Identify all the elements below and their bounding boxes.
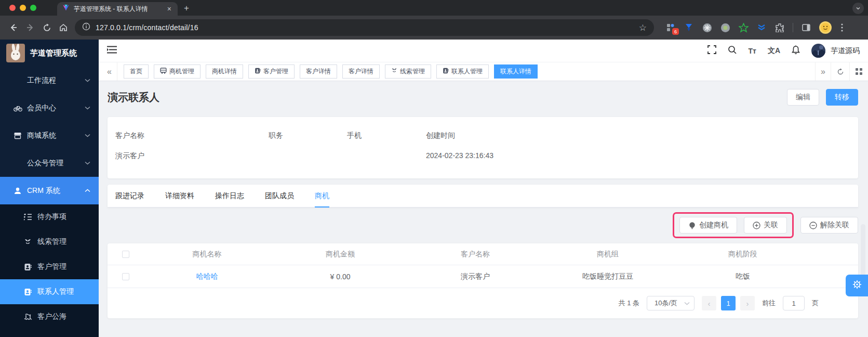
extension-blue-icon[interactable] [684,22,694,33]
next-page-button[interactable]: › [740,296,755,310]
sidebar-item-workflow[interactable]: 工作流程 [0,67,99,94]
tags-bar: « 首页 商机管理 商机详情 客户管理 客户详情 客户详情 [99,62,868,81]
url-text[interactable]: 127.0.0.1/crm/contact/detail/16 [96,23,635,32]
cell-business-name[interactable]: 哈哈哈 [144,272,270,281]
sidebar-item-label: 客户管理 [37,262,66,271]
chevron-down-icon [85,79,90,82]
page-number-1[interactable]: 1 [721,296,736,310]
sidebar-item-customer[interactable]: 客户管理 [0,254,99,279]
sidebar-item-contact[interactable]: 联系人管理 [0,279,99,304]
tab-detail-info[interactable]: 详细资料 [165,185,194,207]
url-bar[interactable]: 127.0.0.1/crm/contact/detail/16 ☆ [75,19,654,36]
settings-fab[interactable] [846,275,868,296]
tags-refresh-icon[interactable] [831,62,849,81]
browser-tab[interactable]: 芋道管理系统 - 联系人详情 × [57,2,178,16]
sidebar-item-mall[interactable]: 商城系统 [0,122,99,149]
tab-close-icon[interactable]: × [166,5,172,12]
tags-layout-grid-icon[interactable] [849,62,868,81]
extension-wheel-icon[interactable] [702,22,712,33]
user-icon [14,187,22,195]
font-size-icon[interactable]: Tт [748,47,756,55]
info-value-position [269,151,347,161]
tag-clue-manage[interactable]: 线索管理 [385,64,431,79]
col-header-group: 商机组 [540,250,675,259]
tag-customer-detail-2[interactable]: 客户详情 [342,64,380,79]
extensions-puzzle-icon[interactable] [774,22,785,33]
window-close-button[interactable] [9,5,16,11]
link-button[interactable]: 关联 [744,217,787,234]
app-header: Tт 文A 芋道源码 [99,40,868,62]
side-panel-icon[interactable] [801,22,811,33]
user-avatar[interactable] [811,44,825,58]
extension-chevrons-icon[interactable] [756,22,767,33]
select-all-checkbox[interactable] [122,251,129,258]
sidebar-item-member-center[interactable]: 会员中心 [0,94,99,122]
extension-dot-icon[interactable] [720,22,730,33]
browser-profile-avatar[interactable] [819,21,832,34]
fullscreen-icon[interactable] [707,45,716,56]
tab-operation-log[interactable]: 操作日志 [215,185,244,207]
page-size-select[interactable]: 10条/页 [647,296,695,310]
info-value-mobile [347,151,426,161]
info-value-customer: 演示客户 [115,151,269,161]
site-info-icon[interactable] [82,22,90,33]
username[interactable]: 芋道源码 [831,46,860,56]
window-minimize-button[interactable] [20,5,26,11]
tag-label: 联系人详情 [500,67,531,76]
create-business-button[interactable]: 创建商机 [679,217,737,234]
tag-customer-detail-1[interactable]: 客户详情 [300,64,337,79]
goto-unit-label: 页 [812,299,819,308]
app-logo-row: 芋道管理系统 [0,40,99,67]
reload-button[interactable] [38,19,55,36]
app-logo [6,44,25,62]
edit-button[interactable]: 编辑 [787,89,819,106]
waves-icon [24,313,33,320]
back-button[interactable] [5,19,22,36]
sidebar-item-label: 待办事项 [37,212,66,222]
bicycle-icon [14,104,22,112]
tab-search-button[interactable] [852,3,864,14]
row-checkbox[interactable] [122,273,129,280]
home-button[interactable] [55,19,72,36]
tag-contact-detail[interactable]: 联系人详情 [494,64,538,79]
circle-plus-icon [753,222,760,229]
window-zoom-button[interactable] [30,5,36,11]
tag-label: 商机详情 [212,67,237,76]
browser-menu-icon[interactable] [834,19,850,36]
transfer-button[interactable]: 转移 [826,89,858,106]
tag-business-detail[interactable]: 商机详情 [206,64,243,79]
goto-page-input[interactable] [783,296,805,310]
tags-scroll-right[interactable]: » [815,62,831,81]
search-icon[interactable] [728,45,737,56]
extension-tabs-icon[interactable]: 6 [665,22,676,33]
tag-home[interactable]: 首页 [124,64,149,79]
sidebar-item-official-account[interactable]: 公众号管理 [0,149,99,177]
prev-page-button[interactable]: ‹ [702,296,716,310]
sidebar-item-crm[interactable]: CRM 系统 [0,177,99,204]
tab-business[interactable]: 商机 [315,185,329,207]
sidebar-item-customer-pool[interactable]: 客户公海 [0,304,99,329]
tag-business-manage[interactable]: 商机管理 [154,64,201,79]
page-scrollbar[interactable] [861,224,865,276]
forward-button[interactable] [22,19,38,36]
sidebar-item-label: 工作流程 [27,76,56,85]
tag-customer-manage[interactable]: 客户管理 [248,64,295,79]
translate-icon[interactable]: 文A [768,46,780,56]
bookmark-star-icon[interactable]: ☆ [635,22,651,33]
address-book-icon [443,68,449,75]
tag-contact-manage[interactable]: 联系人管理 [436,64,489,79]
sidebar-item-label: 客户公海 [37,312,66,321]
new-tab-button[interactable]: + [184,3,189,14]
tags-scroll-left[interactable]: « [102,62,117,81]
tab-follow-record[interactable]: 跟进记录 [115,185,144,207]
hamburger-icon[interactable] [107,46,117,56]
contact-info-card: 客户名称 职务 手机 创建时间 演示客户 2024-02-23 23:16:43 [108,117,858,178]
sidebar-item-todo[interactable]: 待办事项 [0,204,99,229]
sidebar-item-clue[interactable]: 线索管理 [0,229,99,254]
detail-tabs: 跟进记录 详细资料 操作日志 团队成员 商机 [108,185,858,208]
tab-team-member[interactable]: 团队成员 [265,185,294,207]
extension-star-icon[interactable] [738,22,749,33]
sidebar-item-label: 公众号管理 [27,159,63,168]
bell-icon[interactable] [792,45,800,57]
unlink-button[interactable]: 解除关联 [800,217,858,234]
